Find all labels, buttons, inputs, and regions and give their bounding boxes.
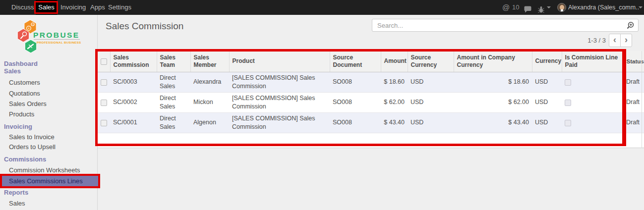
cell-product: [SALES COMMISSION] Sales Commission bbox=[229, 72, 330, 92]
cell-amount_company: $ 62.00 bbox=[454, 92, 532, 112]
cell-status: Draft bbox=[622, 92, 644, 112]
top-navbar: DiscussSalesInvoicingAppsSettings@10Alex… bbox=[0, 0, 644, 15]
sidebar-heading-reports[interactable]: Reports bbox=[4, 188, 28, 197]
top-menu-discuss[interactable]: Discuss bbox=[11, 0, 34, 15]
table-row[interactable]: SC/0001Direct SalesAlgenon[SALES COMMISS… bbox=[98, 112, 644, 133]
table-header-row: Sales CommissionSales TeamSales MemberPr… bbox=[98, 51, 644, 72]
column-header-status[interactable]: Status bbox=[622, 51, 644, 72]
cell-amount: $ 43.40 bbox=[381, 112, 408, 133]
cell-sales_member: Algenon bbox=[190, 112, 229, 133]
top-menu-apps[interactable]: Apps bbox=[90, 0, 105, 15]
column-header-amount[interactable]: Amount bbox=[381, 51, 408, 72]
column-header-source_document[interactable]: Source Document bbox=[330, 51, 381, 72]
cell-paid bbox=[562, 112, 622, 133]
select-all-cell bbox=[98, 51, 110, 72]
cell-amount_company: $ 18.60 bbox=[454, 72, 532, 92]
cell-currency: USD bbox=[532, 92, 562, 112]
pager-prev-button[interactable]: ‹ bbox=[609, 34, 621, 47]
user-caret-icon[interactable] bbox=[639, 6, 643, 8]
probuse-logo: PROBUSE PROFESSIONAL BUSINESS bbox=[16, 19, 86, 54]
sidebar-item-orders-to-upsell[interactable]: Orders to Upsell bbox=[9, 143, 56, 152]
cell-source_currency: USD bbox=[408, 112, 454, 133]
sidebar-heading-sales[interactable]: Sales bbox=[4, 67, 21, 76]
cell-status: Draft bbox=[622, 72, 644, 92]
cell-paid bbox=[562, 72, 622, 92]
cell-sales_commission: SC/0001 bbox=[110, 112, 157, 133]
sidebar-item-customers[interactable]: Customers bbox=[9, 78, 40, 87]
cell-source_document: SO008 bbox=[330, 92, 381, 112]
table-row[interactable]: SC/0003Direct SalesAlexandra[SALES COMMI… bbox=[98, 72, 644, 92]
cell-source_currency: USD bbox=[408, 72, 454, 92]
cell-sales_member: Mickon bbox=[190, 92, 229, 112]
top-menu-sales[interactable]: Sales bbox=[36, 0, 57, 15]
pager-range: 1-3 / 3 bbox=[565, 34, 606, 47]
column-header-currency[interactable]: Currency bbox=[532, 51, 562, 72]
row-checkbox[interactable] bbox=[101, 120, 107, 126]
search-box bbox=[372, 19, 639, 32]
column-header-sales_commission[interactable]: Sales Commission bbox=[110, 51, 157, 72]
column-header-product[interactable]: Product bbox=[229, 51, 330, 72]
paid-checkbox[interactable] bbox=[565, 120, 571, 126]
row-checkbox[interactable] bbox=[101, 100, 107, 106]
select-all-checkbox[interactable] bbox=[101, 58, 107, 65]
cell-currency: USD bbox=[532, 72, 562, 92]
sidebar-heading-commissions[interactable]: Commissions bbox=[4, 155, 46, 164]
user-avatar[interactable] bbox=[557, 3, 566, 12]
page-title: Sales Commission bbox=[106, 21, 183, 32]
cell-paid bbox=[562, 92, 622, 112]
sidebar-item-sales-orders[interactable]: Sales Orders bbox=[9, 100, 47, 108]
cell-sales_team: Direct Sales bbox=[157, 72, 190, 92]
search-input[interactable] bbox=[372, 19, 638, 31]
sidebar-item-sales-to-invoice[interactable]: Sales to Invoice bbox=[9, 133, 55, 142]
bug-icon[interactable] bbox=[538, 4, 544, 11]
pager-next-button[interactable]: › bbox=[620, 34, 632, 47]
bug-caret-icon[interactable] bbox=[547, 6, 551, 8]
list-view: Sales CommissionSales TeamSales MemberPr… bbox=[98, 51, 644, 148]
search-icon[interactable] bbox=[626, 21, 635, 30]
sidebar-item-quotations[interactable]: Quotations bbox=[9, 89, 40, 98]
cell-product: [SALES COMMISSION] Sales Commission bbox=[229, 112, 330, 133]
column-header-source_currency[interactable]: Source Currency bbox=[408, 51, 454, 72]
cell-sales_commission: SC/0002 bbox=[110, 92, 157, 112]
top-menu-settings[interactable]: Settings bbox=[108, 0, 131, 15]
logo-tagline-text: PROFESSIONAL BUSINESS bbox=[37, 41, 81, 44]
cell-product: [SALES COMMISSION] Sales Commission bbox=[229, 92, 330, 112]
sidebar-heading-invoicing[interactable]: Invoicing bbox=[4, 122, 32, 131]
row-select-cell bbox=[98, 72, 110, 92]
commission-table: Sales CommissionSales TeamSales MemberPr… bbox=[98, 51, 644, 133]
cell-source_document: SO008 bbox=[330, 72, 381, 92]
column-header-sales_team[interactable]: Sales Team bbox=[157, 51, 190, 72]
cell-sales_member: Alexandra bbox=[190, 72, 229, 92]
sidebar-item-sales[interactable]: Sales bbox=[9, 199, 25, 208]
sidebar-item-sales-commissions-lines[interactable]: Sales Commissions Lines bbox=[2, 176, 98, 186]
row-select-cell bbox=[98, 112, 110, 133]
paid-checkbox[interactable] bbox=[565, 100, 571, 106]
paid-checkbox[interactable] bbox=[565, 79, 571, 86]
row-checkbox[interactable] bbox=[101, 79, 107, 86]
table-row[interactable]: SC/0002Direct SalesMickon[SALES COMMISSI… bbox=[98, 92, 644, 112]
top-menu-invoicing[interactable]: Invoicing bbox=[60, 0, 86, 15]
cell-sales_team: Direct Sales bbox=[157, 112, 190, 133]
sidebar-item-products[interactable]: Products bbox=[9, 110, 34, 119]
column-header-amount_company[interactable]: Amount in Company Currency bbox=[454, 51, 532, 72]
user-menu[interactable]: Alexandra (Sales_comm.. bbox=[568, 0, 639, 15]
cell-sales_team: Direct Sales bbox=[157, 92, 190, 112]
cell-amount: $ 62.00 bbox=[381, 92, 408, 112]
pager: ‹ › bbox=[609, 34, 633, 47]
cell-currency: USD bbox=[532, 112, 562, 133]
column-header-sales_member[interactable]: Sales Member bbox=[190, 51, 229, 72]
cell-source_document: SO008 bbox=[330, 112, 381, 133]
mention-at-icon[interactable]: @ bbox=[502, 0, 510, 15]
cell-amount_company: $ 43.40 bbox=[454, 112, 532, 133]
mention-count[interactable]: 10 bbox=[512, 0, 519, 15]
table-right-divider bbox=[642, 51, 642, 148]
messages-icon[interactable] bbox=[524, 4, 532, 11]
logo-brand-text: PROBUSE bbox=[33, 31, 79, 39]
row-select-cell bbox=[98, 92, 110, 112]
cell-amount: $ 18.60 bbox=[381, 72, 408, 92]
sidebar-item-commission-worksheets[interactable]: Commission Worksheets bbox=[9, 166, 80, 175]
cell-sales_commission: SC/0003 bbox=[110, 72, 157, 92]
column-header-paid[interactable]: Is Commision Line Paid bbox=[562, 51, 622, 72]
cell-status: Draft bbox=[622, 112, 644, 133]
cell-source_currency: USD bbox=[408, 92, 454, 112]
